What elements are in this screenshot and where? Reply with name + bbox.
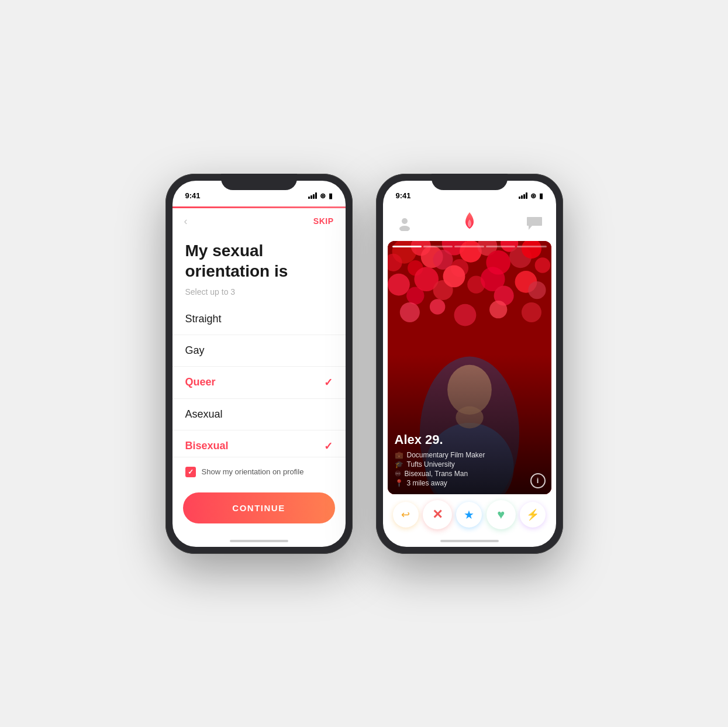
battery-icon: ▮: [329, 192, 333, 200]
card-detail-job: 💼 Documentary Film Maker: [395, 451, 544, 459]
option-item-0[interactable]: Straight: [172, 304, 346, 335]
photo-dot-4: [486, 246, 515, 247]
option-item-4[interactable]: Bisexual✓: [172, 430, 346, 457]
photo-dot-2: [423, 246, 453, 247]
wifi-icon-right: ⊛: [530, 192, 536, 200]
job-icon: 💼: [395, 451, 403, 459]
status-time-right: 9:41: [396, 191, 411, 200]
continue-button[interactable]: CONTINUE: [183, 492, 335, 523]
info-badge[interactable]: i: [530, 473, 546, 488]
svg-point-27: [528, 281, 546, 298]
rewind-icon: ↩: [401, 508, 410, 521]
home-bar-right: [440, 540, 499, 542]
bolt-icon: ⚡: [526, 508, 539, 521]
page-title: My sexual orientation is: [172, 235, 346, 284]
option-item-2[interactable]: Queer✓: [172, 367, 346, 399]
pass-button[interactable]: ✕: [423, 500, 452, 529]
wifi-icon: ⊛: [320, 192, 326, 200]
school-icon: 🎓: [395, 460, 403, 468]
option-checkmark-4: ✓: [324, 440, 333, 453]
home-bar: [230, 540, 288, 542]
card-job: Documentary Film Maker: [407, 451, 485, 459]
svg-point-30: [454, 304, 476, 326]
messages-icon[interactable]: [525, 213, 544, 233]
right-phone-inner: 9:41 ⊛ ▮: [383, 181, 556, 547]
left-phone-inner: 9:41 ⊛ ▮ ‹ SKIP: [172, 181, 346, 547]
card-detail-orientation: ♾ Bisexual, Trans Man: [395, 470, 544, 478]
action-buttons: ↩ ✕ ★ ♥ ⚡: [383, 494, 556, 535]
location-icon: 📍: [395, 479, 403, 487]
option-checkmark-2: ✓: [324, 376, 333, 389]
like-button[interactable]: ♥: [487, 500, 516, 529]
right-phone: 9:41 ⊛ ▮: [376, 174, 563, 554]
nav-row: ‹ SKIP: [172, 208, 346, 235]
svg-point-0: [402, 218, 408, 224]
photo-progress: [388, 246, 551, 247]
svg-point-31: [489, 301, 507, 318]
super-like-button[interactable]: ★: [456, 502, 482, 528]
status-time-left: 9:41: [185, 191, 201, 200]
photo-dot-3: [454, 246, 484, 247]
notch: [221, 174, 297, 190]
option-label-2: Queer: [185, 376, 216, 388]
svg-point-28: [399, 302, 419, 322]
option-item-3[interactable]: Asexual: [172, 399, 346, 430]
card-name-age: Alex 29.: [395, 432, 544, 447]
svg-point-22: [443, 265, 465, 287]
flame-icon: [461, 211, 478, 236]
card-info: Alex 29. 💼 Documentary Film Maker 🎓 Tuft…: [388, 425, 551, 494]
status-icons-right: ⊛ ▮: [519, 192, 543, 200]
option-label-1: Gay: [185, 344, 205, 357]
pass-icon: ✕: [432, 507, 443, 522]
profile-icon[interactable]: [395, 213, 415, 233]
show-orientation-row[interactable]: Show my orientation on profile: [172, 457, 346, 487]
tinder-header: [383, 206, 556, 241]
star-icon: ★: [464, 508, 474, 522]
option-label-0: Straight: [185, 313, 222, 325]
photo-dot-1: [392, 246, 422, 247]
notch-right: [432, 174, 508, 190]
status-icons-left: ⊛ ▮: [308, 192, 333, 200]
options-list: StraightGayQueer✓AsexualBisexual✓Demisex…: [172, 304, 346, 457]
heart-icon: ♥: [497, 507, 505, 522]
card-school: Tufts University: [407, 460, 455, 468]
rewind-button[interactable]: ↩: [393, 502, 419, 528]
show-orientation-checkbox[interactable]: [185, 467, 196, 477]
option-item-1[interactable]: Gay: [172, 335, 346, 367]
home-indicator-left: [172, 535, 346, 547]
card-name: Alex: [395, 432, 422, 447]
subtitle: Select up to 3: [172, 284, 346, 304]
profile-photo: Alex 29. 💼 Documentary Film Maker 🎓 Tuft…: [388, 241, 551, 494]
svg-point-32: [521, 302, 541, 322]
signal-icon-right: [519, 192, 527, 199]
card-age: 29.: [425, 432, 443, 447]
svg-point-1: [399, 226, 410, 231]
left-content: ‹ SKIP My sexual orientation is Select u…: [172, 208, 346, 547]
card-detail-distance: 📍 3 miles away: [395, 479, 544, 487]
profile-card[interactable]: Alex 29. 💼 Documentary Film Maker 🎓 Tuft…: [388, 241, 551, 494]
skip-button[interactable]: SKIP: [313, 216, 334, 226]
home-indicator-right: [383, 535, 556, 547]
card-orientation: Bisexual, Trans Man: [405, 470, 468, 478]
show-orientation-label: Show my orientation on profile: [202, 467, 304, 476]
left-phone: 9:41 ⊛ ▮ ‹ SKIP: [165, 174, 353, 554]
battery-icon-right: ▮: [539, 192, 543, 200]
signal-icon: [308, 192, 317, 199]
boost-button[interactable]: ⚡: [520, 502, 546, 528]
back-button[interactable]: ‹: [184, 215, 188, 228]
scene: 9:41 ⊛ ▮ ‹ SKIP: [142, 150, 586, 577]
svg-point-18: [388, 273, 410, 295]
photo-dot-5: [517, 246, 546, 247]
svg-point-29: [429, 299, 444, 314]
svg-point-17: [534, 257, 550, 273]
option-label-3: Asexual: [185, 408, 223, 421]
option-label-4: Bisexual: [185, 440, 229, 452]
card-detail-school: 🎓 Tufts University: [395, 460, 544, 468]
card-distance: 3 miles away: [407, 479, 447, 487]
orientation-icon: ♾: [395, 470, 401, 478]
